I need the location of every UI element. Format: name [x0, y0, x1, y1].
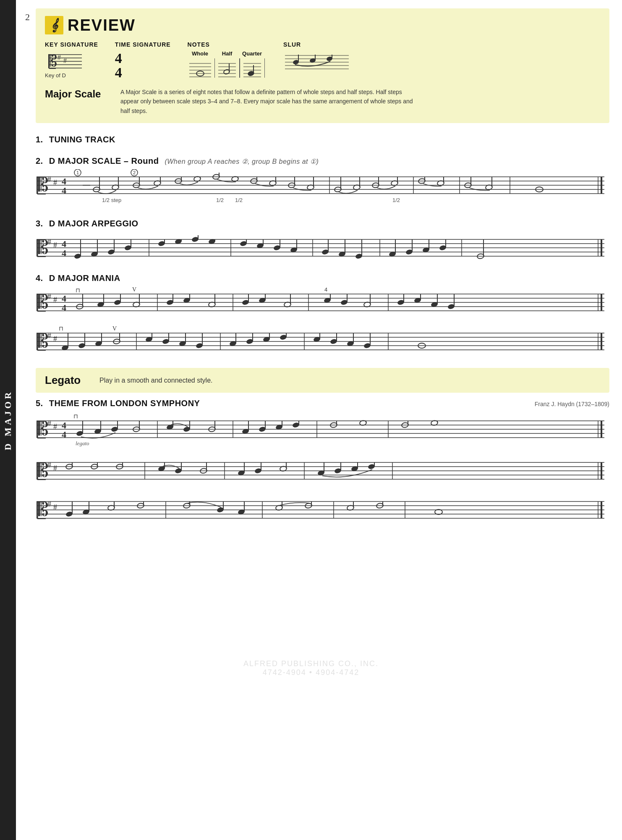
exercise-5-staff1: 𝄡 # # 4 4 ⊓ [36, 412, 606, 447]
notes-section: NOTES Whole [188, 41, 267, 78]
major-scale-text: A Major Scale is a series of eight notes… [120, 87, 414, 116]
review-title-row: 𝄞 REVIEW [45, 16, 600, 34]
notes-divider1 [214, 58, 215, 78]
svg-text:#: # [53, 503, 57, 512]
key-label: Key of D [45, 72, 66, 79]
svg-text:#: # [53, 241, 57, 249]
time-signature-title: TIME SIGNATURE [115, 41, 171, 48]
exercise-2-subtitle: (When group A reaches ②, group B begins … [165, 158, 319, 165]
svg-text:1: 1 [76, 170, 79, 175]
half-note-staff [217, 58, 238, 78]
legato-box: Legato Play in a smooth and connected st… [36, 368, 609, 393]
key-signature-staff: 𝄡 # # [45, 50, 83, 71]
exercise-2-staff-container: 𝄡 # # 4 4 1 2 [36, 169, 609, 209]
exercise-4-title: 4. D MAJOR MANIA [36, 273, 609, 283]
exercise-4-staff1-container: 𝄡 # # 4 4 ⊓ V [36, 286, 609, 320]
slur-section: SLUR [283, 41, 350, 70]
exercise-5-staff1-container: 𝄡 # # 4 4 ⊓ [36, 412, 609, 449]
review-heading: REVIEW [68, 16, 136, 34]
side-tab: D MAJOR [0, 0, 16, 840]
legato-label: Legato [45, 374, 91, 387]
exercise-3-staff-container: 𝄡 # # 4 4 [36, 232, 609, 265]
exercise-3-staff: 𝄡 # # 4 4 [36, 232, 606, 263]
svg-rect-8 [49, 68, 56, 69]
time-signature-value: 4 4 [115, 51, 122, 80]
page-number: 2 [25, 12, 30, 23]
half-label: Half [222, 50, 233, 57]
exercise-3-title: 3. D MAJOR ARPEGGIO [36, 219, 609, 228]
quarter-note-col: Quarter [242, 50, 263, 78]
watermark-line1: ALFRED PUBLISHING CO., INC. [243, 659, 379, 668]
svg-text:⊓: ⊓ [76, 287, 80, 294]
whole-label: Whole [192, 50, 208, 57]
exercise-4-staff2-container: 𝄡 # # ⊓ V [36, 326, 609, 359]
svg-text:V: V [112, 326, 117, 332]
time-signature-section: TIME SIGNATURE 4 4 [115, 41, 171, 80]
svg-text:#: # [53, 296, 57, 304]
review-logo: 𝄞 [45, 16, 63, 34]
slur-title: SLUR [283, 41, 301, 48]
legato-text: Play in a smooth and connected style. [99, 377, 213, 384]
key-signature-section: KEY SIGNATURE 𝄡 # # [45, 41, 98, 79]
svg-text:#: # [53, 423, 57, 431]
svg-text:⊓: ⊓ [73, 413, 78, 420]
quarter-label: Quarter [242, 50, 262, 57]
whole-note-staff [188, 58, 213, 78]
exercise-3-name: D MAJOR ARPEGGIO [49, 219, 139, 228]
svg-text:4: 4 [324, 286, 327, 293]
svg-text:4: 4 [62, 248, 66, 258]
quarter-note-staff [242, 58, 263, 78]
notes-divider3 [264, 58, 265, 78]
notes-divider2 [239, 58, 240, 78]
exercise-2-title: 2. D MAJOR SCALE – Round (When group A r… [36, 156, 609, 166]
svg-text:legato: legato [76, 440, 89, 446]
svg-text:#: # [47, 331, 51, 340]
svg-rect-7 [49, 55, 56, 55]
side-tab-label: D MAJOR [3, 390, 13, 450]
review-box: 𝄞 REVIEW KEY SIGNATURE 𝄡 [36, 8, 609, 123]
svg-text:#: # [47, 292, 51, 301]
svg-text:1/2: 1/2 [216, 197, 224, 203]
svg-rect-378 [37, 501, 38, 518]
svg-text:2: 2 [133, 170, 136, 175]
svg-text:V: V [132, 286, 136, 293]
svg-text:#: # [47, 238, 51, 246]
notes-title: NOTES [188, 41, 210, 48]
exercise-4-name: D MAJOR MANIA [49, 273, 120, 283]
exercise-1-name: TUNING TRACK [49, 135, 115, 144]
svg-text:1/2: 1/2 [235, 197, 243, 203]
exercise-5-staff2: 𝄡 # # [36, 455, 606, 486]
svg-text:#: # [47, 461, 51, 469]
whole-note-col: Whole [188, 50, 213, 78]
exercise-2-number: 2. [36, 156, 43, 165]
half-note-col: Half [217, 50, 238, 78]
exercise-5-title: 5. THEME FROM LONDON SYMPHONY [36, 399, 200, 408]
major-scale-row: Major Scale A Major Scale is a series of… [45, 87, 600, 116]
svg-rect-116 [37, 239, 38, 256]
exercise-2-staff: 𝄡 # # 4 4 1 2 [36, 169, 606, 207]
exercise-5-staff2-container: 𝄡 # # [36, 455, 609, 488]
svg-text:4: 4 [62, 302, 66, 313]
svg-text:#: # [47, 175, 51, 184]
svg-text:⊓: ⊓ [59, 326, 63, 332]
svg-point-410 [435, 509, 442, 514]
exercise-2-name: D MAJOR SCALE – Round [49, 156, 159, 165]
slur-staff [283, 50, 350, 70]
svg-text:#: # [53, 335, 57, 343]
svg-rect-232 [37, 333, 38, 350]
major-scale-label: Major Scale [45, 87, 112, 100]
exercise-4-number: 4. [36, 273, 43, 283]
svg-text:4: 4 [62, 429, 66, 440]
svg-rect-176 [37, 294, 38, 311]
exercise-1-title: 1. TUNING TRACK [36, 135, 609, 144]
svg-text:4: 4 [62, 185, 66, 196]
exercise-5-name: THEME FROM LONDON SYMPHONY [49, 399, 200, 408]
svg-text:1/2: 1/2 [392, 197, 400, 203]
exercise-1-number: 1. [36, 135, 43, 144]
svg-text:#: # [63, 57, 67, 64]
svg-rect-335 [37, 462, 38, 479]
svg-rect-6 [48, 55, 50, 68]
svg-text:#: # [47, 500, 51, 508]
svg-text:1/2 step: 1/2 step [102, 197, 121, 203]
exercise-3-number: 3. [36, 219, 43, 228]
